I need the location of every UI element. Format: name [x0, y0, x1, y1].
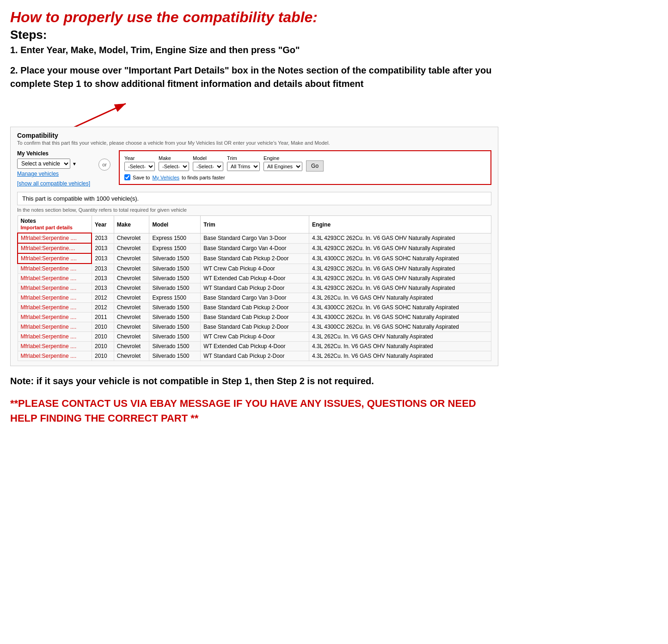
cell-trim: WT Extended Cab Pickup 4-Door: [201, 342, 309, 351]
model-select[interactable]: -Select-: [193, 162, 223, 171]
cell-year: 2013: [92, 283, 114, 293]
cell-make: Chevrolet: [114, 322, 149, 332]
col-trim: Trim: [201, 216, 309, 233]
cell-year: 2013: [92, 243, 114, 253]
cell-engine: 4.3L 4293CC 262Cu. In. V6 GAS OHV Natura…: [309, 264, 491, 274]
cell-model: Express 1500: [149, 233, 201, 243]
cell-make: Chevrolet: [114, 293, 149, 303]
save-label: Save to: [133, 175, 150, 180]
cell-model: Silverado 1500: [149, 303, 201, 313]
cell-year: 2012: [92, 293, 114, 303]
compatibility-section: Compatibility To confirm that this part …: [10, 127, 498, 366]
year-field: Year -Select-: [124, 155, 155, 171]
cell-trim: Base Standard Cab Pickup 2-Door: [201, 313, 309, 322]
compat-count-bar: This part is compatible with 1000 vehicl…: [17, 192, 491, 205]
cell-notes: Mfrlabel:Serpentine ....: [18, 322, 92, 332]
table-row: Mfrlabel:Serpentine .... 2013 Chevrolet …: [18, 233, 491, 243]
cell-engine: 4.3L 4293CC 262Cu. In. V6 GAS OHV Natura…: [309, 233, 491, 243]
notes-sub-header: Important part details: [21, 225, 73, 230]
cell-notes: Mfrlabel:Serpentine ....: [18, 293, 92, 303]
trim-select[interactable]: All Trims: [227, 162, 260, 171]
compat-title: Compatibility: [17, 132, 491, 139]
cell-make: Chevrolet: [114, 274, 149, 283]
cell-notes: Mfrlabel:Serpentine ....: [18, 283, 92, 293]
main-title: How to properly use the compatibility ta…: [10, 8, 498, 26]
cell-trim: WT Standard Cab Pickup 2-Door: [201, 351, 309, 361]
cell-notes: Mfrlabel:Serpentine ....: [18, 274, 92, 283]
col-engine: Engine: [309, 216, 491, 233]
manage-vehicles-link[interactable]: Manage vehicles: [17, 171, 90, 177]
cell-model: Silverado 1500: [149, 274, 201, 283]
cell-model: Express 1500: [149, 293, 201, 303]
cell-make: Chevrolet: [114, 351, 149, 361]
cell-notes: Mfrlabel:Serpentine ....: [18, 342, 92, 351]
cell-engine: 4.3L 4293CC 262Cu. In. V6 GAS OHV Natura…: [309, 283, 491, 293]
table-row: Mfrlabel:Serpentine .... 2013 Chevrolet …: [18, 264, 491, 274]
trim-label: Trim: [227, 155, 260, 161]
cell-year: 2013: [92, 253, 114, 264]
save-checkbox[interactable]: [124, 174, 130, 180]
col-model: Model: [149, 216, 201, 233]
cell-trim: Base Standard Cab Pickup 2-Door: [201, 322, 309, 332]
cell-make: Chevrolet: [114, 264, 149, 274]
cell-engine: 4.3L 4293CC 262Cu. In. V6 GAS OHV Natura…: [309, 274, 491, 283]
col-year: Year: [92, 216, 114, 233]
cell-make: Chevrolet: [114, 303, 149, 313]
table-row: Mfrlabel:Serpentine .... 2010 Chevrolet …: [18, 332, 491, 342]
steps-heading: Steps:: [10, 28, 498, 42]
cell-trim: Base Standard Cab Pickup 2-Door: [201, 303, 309, 313]
cell-trim: WT Standard Cab Pickup 2-Door: [201, 283, 309, 293]
cell-engine: 4.3L 262Cu. In. V6 GAS OHV Naturally Asp…: [309, 293, 491, 303]
cell-model: Express 1500: [149, 243, 201, 253]
cell-year: 2010: [92, 322, 114, 332]
cell-model: Silverado 1500: [149, 253, 201, 264]
cell-model: Silverado 1500: [149, 332, 201, 342]
cell-model: Silverado 1500: [149, 351, 201, 361]
make-select[interactable]: -Select-: [159, 162, 189, 171]
cell-model: Silverado 1500: [149, 264, 201, 274]
cell-make: Chevrolet: [114, 342, 149, 351]
cell-trim: WT Extended Cab Pickup 4-Door: [201, 274, 309, 283]
cell-engine: 4.3L 4300CC 262Cu. In. V6 GAS SOHC Natur…: [309, 322, 491, 332]
cell-year: 2011: [92, 313, 114, 322]
cell-make: Chevrolet: [114, 243, 149, 253]
my-vehicles-link[interactable]: My Vehicles: [152, 175, 179, 180]
cell-engine: 4.3L 262Cu. In. V6 GAS OHV Naturally Asp…: [309, 342, 491, 351]
table-row: Mfrlabel:Serpentine .... 2013 Chevrolet …: [18, 253, 491, 264]
step2-text: 2. Place your mouse over "Important Part…: [10, 64, 498, 91]
cell-model: Silverado 1500: [149, 283, 201, 293]
trim-field: Trim All Trims: [227, 155, 260, 171]
engine-select[interactable]: All Engines: [264, 162, 302, 171]
compat-table: Notes Important part details Year Make M…: [17, 215, 491, 361]
svg-line-1: [70, 104, 126, 129]
cell-model: Silverado 1500: [149, 313, 201, 322]
vehicle-select[interactable]: Select a vehicle: [17, 159, 70, 169]
cell-engine: 4.3L 4300CC 262Cu. In. V6 GAS SOHC Natur…: [309, 303, 491, 313]
go-button[interactable]: Go: [306, 160, 324, 172]
col-make: Make: [114, 216, 149, 233]
cell-notes: Mfrlabel:Serpentine....: [18, 243, 92, 253]
model-label: Model: [193, 155, 223, 161]
year-select[interactable]: -Select-: [124, 162, 155, 171]
ymm-fields-row: Year -Select- Make -Select- Model -Selec…: [124, 155, 486, 172]
cell-notes: Mfrlabel:Serpentine ....: [18, 313, 92, 322]
cell-model: Silverado 1500: [149, 322, 201, 332]
my-vehicles-label: My Vehicles: [17, 150, 90, 157]
make-field: Make -Select-: [159, 155, 189, 171]
cell-engine: 4.3L 4300CC 262Cu. In. V6 GAS SOHC Natur…: [309, 253, 491, 264]
table-row: Mfrlabel:Serpentine .... 2012 Chevrolet …: [18, 293, 491, 303]
or-circle: or: [98, 159, 110, 171]
cell-notes: Mfrlabel:Serpentine ....: [18, 351, 92, 361]
make-label: Make: [159, 155, 189, 161]
cell-engine: 4.3L 262Cu. In. V6 GAS OHV Naturally Asp…: [309, 332, 491, 342]
engine-label: Engine: [264, 155, 302, 161]
cell-trim: Base Standard Cab Pickup 2-Door: [201, 253, 309, 264]
contact-text: **PLEASE CONTACT US VIA EBAY MESSAGE IF …: [10, 396, 498, 426]
cell-year: 2013: [92, 233, 114, 243]
table-row: Mfrlabel:Serpentine .... 2010 Chevrolet …: [18, 322, 491, 332]
year-label: Year: [124, 155, 155, 161]
col-notes: Notes Important part details: [18, 216, 92, 233]
show-all-link[interactable]: [show all compatible vehicles]: [17, 180, 90, 187]
cell-make: Chevrolet: [114, 253, 149, 264]
note-text: Note: if it says your vehicle is not com…: [10, 374, 498, 388]
